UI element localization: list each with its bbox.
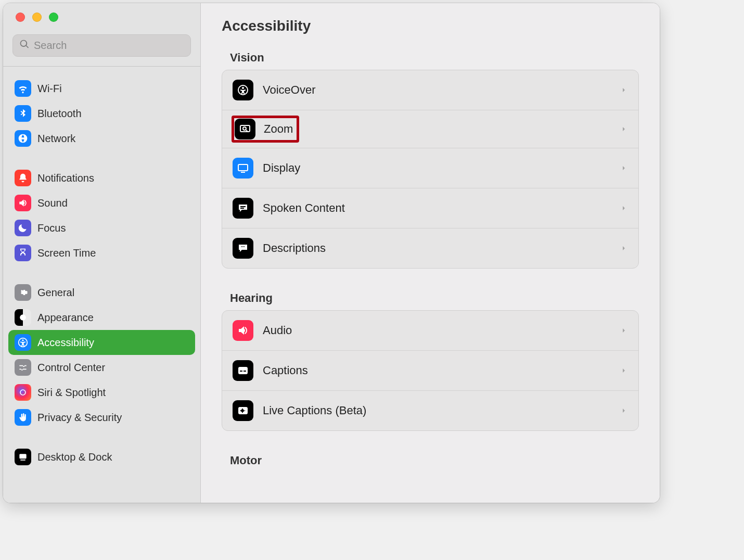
wifi-icon <box>15 80 31 97</box>
close-window-button[interactable] <box>16 12 25 22</box>
row-label: Display <box>263 161 610 175</box>
accessibility-icon <box>15 334 31 351</box>
siri-icon <box>15 384 31 401</box>
sidebar-item-appearance[interactable]: Appearance <box>8 305 195 330</box>
sidebar-item-notifications[interactable]: Notifications <box>8 166 195 190</box>
sidebar-item-wifi[interactable]: Wi-Fi <box>8 76 195 101</box>
row-voiceover[interactable]: VoiceOver <box>222 70 638 110</box>
sidebar-item-label: General <box>37 287 74 299</box>
chevron-right-icon <box>620 204 628 212</box>
speech-bubble-icon <box>233 198 253 219</box>
row-descriptions[interactable]: "" Descriptions <box>222 228 638 268</box>
search-field[interactable] <box>12 34 191 57</box>
sidebar-item-label: Siri & Spotlight <box>37 387 106 399</box>
section-group-hearing: Audio Captions Live Captions (Beta) <box>222 310 639 431</box>
sidebar-item-label: Notifications <box>37 172 94 184</box>
voiceover-icon <box>233 80 253 100</box>
gear-icon <box>15 284 31 301</box>
sidebar-item-screen-time[interactable]: Screen Time <box>8 240 195 265</box>
sidebar-item-focus[interactable]: Focus <box>8 215 195 240</box>
page-title: Accessibility <box>222 18 639 34</box>
section-label-hearing: Hearing <box>230 291 631 305</box>
svg-rect-4 <box>19 454 26 459</box>
row-label: VoiceOver <box>263 83 610 97</box>
sidebar-group-notifications: Notifications Sound Focus <box>8 166 195 265</box>
sidebar-item-label: Network <box>37 133 75 145</box>
appearance-icon <box>15 309 31 326</box>
svg-rect-11 <box>240 206 246 207</box>
window-controls <box>3 12 200 22</box>
chevron-right-icon <box>620 366 628 375</box>
sidebar-group-desktop: Desktop & Dock <box>8 444 195 469</box>
chevron-right-icon <box>620 406 628 415</box>
row-label: Descriptions <box>263 241 610 255</box>
svg-rect-15 <box>240 371 242 372</box>
minimize-window-button[interactable] <box>32 12 42 22</box>
svg-rect-14 <box>238 367 248 374</box>
chevron-right-icon <box>620 164 628 172</box>
sidebar-item-control-center[interactable]: Control Center <box>8 355 195 380</box>
row-spoken-content[interactable]: Spoken Content <box>222 188 638 228</box>
sidebar-item-bluetooth[interactable]: Bluetooth <box>8 101 195 126</box>
sidebar-item-general[interactable]: General <box>8 280 195 305</box>
display-icon <box>233 158 253 179</box>
svg-text:"": "" <box>241 245 245 250</box>
sidebar-group-network: Wi-Fi Bluetooth Network <box>8 76 195 151</box>
search-input[interactable] <box>34 40 184 52</box>
hand-icon <box>15 409 31 426</box>
svg-point-9 <box>243 127 246 130</box>
hourglass-icon <box>15 245 31 261</box>
row-live-captions[interactable]: Live Captions (Beta) <box>222 390 638 430</box>
settings-window: Wi-Fi Bluetooth Network <box>3 3 660 503</box>
main-content: Accessibility Vision VoiceOver Zoom <box>201 3 660 503</box>
section-label-motor: Motor <box>230 454 631 467</box>
fullscreen-window-button[interactable] <box>49 12 58 22</box>
svg-rect-16 <box>243 371 246 372</box>
sidebar-item-label: Accessibility <box>37 337 94 349</box>
sidebar-item-label: Sound <box>37 197 68 209</box>
sidebar-item-network[interactable]: Network <box>8 126 195 151</box>
sidebar-group-system: General Appearance Accessibility <box>8 280 195 430</box>
svg-rect-8 <box>240 125 250 132</box>
sidebar-item-label: Screen Time <box>37 247 96 259</box>
sidebar-item-sound[interactable]: Sound <box>8 190 195 215</box>
row-display[interactable]: Display <box>222 148 638 188</box>
waveform-icon <box>233 400 253 421</box>
svg-rect-5 <box>20 460 25 461</box>
globe-icon <box>15 130 31 147</box>
sidebar-item-privacy-security[interactable]: Privacy & Security <box>8 405 195 430</box>
dock-icon <box>15 449 31 465</box>
bluetooth-icon <box>15 105 31 122</box>
section-label-vision: Vision <box>230 51 631 65</box>
row-label: Captions <box>263 364 610 377</box>
chevron-right-icon <box>620 326 628 335</box>
sidebar-item-accessibility[interactable]: Accessibility <box>8 330 195 355</box>
sidebar-item-desktop-dock[interactable]: Desktop & Dock <box>8 444 195 469</box>
row-label: Spoken Content <box>263 201 610 215</box>
row-captions[interactable]: Captions <box>222 350 638 390</box>
svg-rect-12 <box>240 208 244 209</box>
captions-icon <box>233 360 253 381</box>
sidebar-item-label: Desktop & Dock <box>37 451 112 463</box>
search-icon <box>19 39 30 52</box>
sidebar-item-label: Bluetooth <box>37 108 82 120</box>
sidebar-item-label: Focus <box>37 222 66 234</box>
speaker-icon <box>15 195 31 211</box>
row-zoom[interactable]: Zoom <box>222 110 638 148</box>
sidebar-item-label: Privacy & Security <box>37 412 122 424</box>
audio-icon <box>233 320 253 341</box>
row-label: Live Captions (Beta) <box>263 404 610 417</box>
sidebar-item-siri-spotlight[interactable]: Siri & Spotlight <box>8 380 195 405</box>
chevron-right-icon <box>620 244 628 252</box>
sliders-icon <box>15 359 31 376</box>
row-label: Zoom <box>264 122 293 136</box>
sidebar-divider <box>3 66 200 67</box>
zoom-icon <box>235 119 255 139</box>
bell-icon <box>15 170 31 186</box>
sidebar-item-label: Appearance <box>37 312 94 324</box>
row-audio[interactable]: Audio <box>222 311 638 350</box>
chevron-right-icon <box>620 86 628 94</box>
sidebar-item-label: Wi-Fi <box>37 83 62 95</box>
svg-point-3 <box>20 390 25 395</box>
svg-point-2 <box>22 339 23 341</box>
